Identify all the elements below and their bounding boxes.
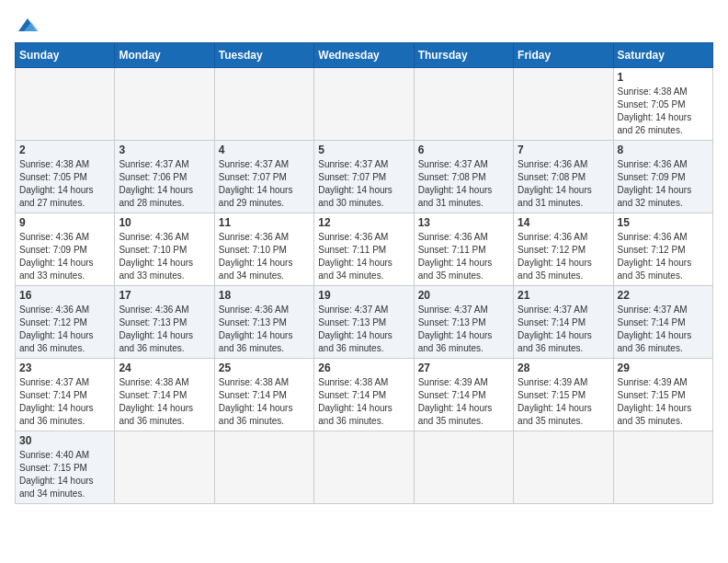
calendar-day-cell: [514, 431, 613, 504]
calendar-day-cell: 5Sunrise: 4:37 AM Sunset: 7:07 PM Daylig…: [314, 141, 414, 213]
calendar-day-cell: 23Sunrise: 4:37 AM Sunset: 7:14 PM Dayli…: [16, 359, 115, 431]
day-number: 1: [618, 71, 709, 84]
day-info: Sunrise: 4:37 AM Sunset: 7:13 PM Dayligh…: [418, 304, 509, 355]
day-info: Sunrise: 4:39 AM Sunset: 7:14 PM Dayligh…: [418, 376, 509, 428]
calendar-day-cell: 30Sunrise: 4:40 AM Sunset: 7:15 PM Dayli…: [16, 431, 115, 504]
day-number: 29: [618, 362, 709, 374]
day-number: 4: [219, 144, 310, 156]
calendar-day-cell: 28Sunrise: 4:39 AM Sunset: 7:15 PM Dayli…: [514, 359, 613, 431]
day-number: 12: [318, 216, 409, 229]
calendar-day-cell: [414, 431, 513, 504]
calendar-day-cell: 4Sunrise: 4:37 AM Sunset: 7:07 PM Daylig…: [214, 141, 313, 213]
day-info: Sunrise: 4:40 AM Sunset: 7:15 PM Dayligh…: [19, 449, 110, 500]
calendar-day-cell: 21Sunrise: 4:37 AM Sunset: 7:14 PM Dayli…: [514, 286, 613, 359]
calendar-day-cell: 15Sunrise: 4:36 AM Sunset: 7:12 PM Dayli…: [613, 213, 712, 286]
day-info: Sunrise: 4:37 AM Sunset: 7:14 PM Dayligh…: [618, 304, 709, 355]
day-info: Sunrise: 4:36 AM Sunset: 7:11 PM Dayligh…: [318, 231, 409, 282]
day-info: Sunrise: 4:37 AM Sunset: 7:07 PM Dayligh…: [318, 158, 409, 210]
calendar-day-cell: 9Sunrise: 4:36 AM Sunset: 7:09 PM Daylig…: [16, 213, 115, 286]
day-number: 22: [618, 289, 709, 302]
day-info: Sunrise: 4:38 AM Sunset: 7:14 PM Dayligh…: [119, 376, 210, 428]
day-number: 8: [618, 144, 709, 156]
calendar-day-cell: 26Sunrise: 4:38 AM Sunset: 7:14 PM Dayli…: [314, 359, 414, 431]
day-info: Sunrise: 4:37 AM Sunset: 7:08 PM Dayligh…: [418, 158, 509, 210]
day-number: 11: [219, 216, 310, 229]
day-number: 3: [119, 144, 210, 156]
day-info: Sunrise: 4:36 AM Sunset: 7:09 PM Dayligh…: [618, 158, 709, 210]
calendar-day-cell: [613, 431, 712, 504]
day-number: 24: [119, 362, 210, 374]
calendar-table: SundayMondayTuesdayWednesdayThursdayFrid…: [15, 42, 713, 504]
calendar-day-cell: 3Sunrise: 4:37 AM Sunset: 7:06 PM Daylig…: [115, 141, 214, 213]
day-number: 23: [19, 362, 110, 374]
calendar-header-row: SundayMondayTuesdayWednesdayThursdayFrid…: [16, 43, 713, 68]
calendar-day-cell: 6Sunrise: 4:37 AM Sunset: 7:08 PM Daylig…: [414, 141, 513, 213]
day-number: 27: [418, 362, 509, 374]
day-number: 28: [518, 362, 609, 374]
day-number: 20: [418, 289, 509, 302]
calendar-day-cell: [115, 431, 214, 504]
calendar-day-cell: [314, 68, 414, 141]
day-info: Sunrise: 4:38 AM Sunset: 7:05 PM Dayligh…: [19, 158, 110, 210]
day-number: 17: [119, 289, 210, 302]
day-info: Sunrise: 4:37 AM Sunset: 7:13 PM Dayligh…: [318, 304, 409, 355]
calendar-day-cell: 12Sunrise: 4:36 AM Sunset: 7:11 PM Dayli…: [314, 213, 414, 286]
calendar-day-cell: 1Sunrise: 4:38 AM Sunset: 7:05 PM Daylig…: [613, 68, 712, 141]
day-number: 16: [19, 289, 110, 302]
header-monday: Monday: [115, 43, 214, 68]
day-number: 30: [19, 434, 110, 447]
calendar-day-cell: [214, 431, 313, 504]
generalblue-logo-icon: [15, 15, 40, 35]
day-number: 6: [418, 144, 509, 156]
day-info: Sunrise: 4:37 AM Sunset: 7:06 PM Dayligh…: [119, 158, 210, 210]
calendar-day-cell: 16Sunrise: 4:36 AM Sunset: 7:12 PM Dayli…: [16, 286, 115, 359]
day-number: 2: [19, 144, 110, 156]
calendar-day-cell: 14Sunrise: 4:36 AM Sunset: 7:12 PM Dayli…: [514, 213, 613, 286]
calendar-week-row: 9Sunrise: 4:36 AM Sunset: 7:09 PM Daylig…: [16, 213, 713, 286]
day-number: 13: [418, 216, 509, 229]
calendar-day-cell: 27Sunrise: 4:39 AM Sunset: 7:14 PM Dayli…: [414, 359, 513, 431]
calendar-day-cell: 19Sunrise: 4:37 AM Sunset: 7:13 PM Dayli…: [314, 286, 414, 359]
day-number: 7: [518, 144, 609, 156]
calendar-day-cell: 29Sunrise: 4:39 AM Sunset: 7:15 PM Dayli…: [613, 359, 712, 431]
header-tuesday: Tuesday: [214, 43, 313, 68]
day-number: 26: [318, 362, 409, 374]
calendar-day-cell: [115, 68, 214, 141]
day-number: 18: [219, 289, 310, 302]
day-number: 14: [518, 216, 609, 229]
day-info: Sunrise: 4:36 AM Sunset: 7:10 PM Dayligh…: [219, 231, 310, 282]
day-info: Sunrise: 4:39 AM Sunset: 7:15 PM Dayligh…: [618, 376, 709, 428]
calendar-day-cell: 20Sunrise: 4:37 AM Sunset: 7:13 PM Dayli…: [414, 286, 513, 359]
day-info: Sunrise: 4:36 AM Sunset: 7:11 PM Dayligh…: [418, 231, 509, 282]
day-number: 9: [19, 216, 110, 229]
day-info: Sunrise: 4:36 AM Sunset: 7:12 PM Dayligh…: [518, 231, 609, 282]
day-info: Sunrise: 4:36 AM Sunset: 7:09 PM Dayligh…: [19, 231, 110, 282]
header-wednesday: Wednesday: [314, 43, 414, 68]
day-info: Sunrise: 4:36 AM Sunset: 7:13 PM Dayligh…: [119, 304, 210, 355]
day-info: Sunrise: 4:36 AM Sunset: 7:12 PM Dayligh…: [618, 231, 709, 282]
header-sunday: Sunday: [16, 43, 115, 68]
calendar-week-row: 16Sunrise: 4:36 AM Sunset: 7:12 PM Dayli…: [16, 286, 713, 359]
calendar-week-row: 2Sunrise: 4:38 AM Sunset: 7:05 PM Daylig…: [16, 141, 713, 213]
calendar-day-cell: 7Sunrise: 4:36 AM Sunset: 7:08 PM Daylig…: [514, 141, 613, 213]
calendar-week-row: 1Sunrise: 4:38 AM Sunset: 7:05 PM Daylig…: [16, 68, 713, 141]
day-number: 15: [618, 216, 709, 229]
calendar-day-cell: [414, 68, 513, 141]
calendar-day-cell: [214, 68, 313, 141]
day-info: Sunrise: 4:37 AM Sunset: 7:14 PM Dayligh…: [19, 376, 110, 428]
calendar-week-row: 30Sunrise: 4:40 AM Sunset: 7:15 PM Dayli…: [16, 431, 713, 504]
calendar-day-cell: 17Sunrise: 4:36 AM Sunset: 7:13 PM Dayli…: [115, 286, 214, 359]
calendar-week-row: 23Sunrise: 4:37 AM Sunset: 7:14 PM Dayli…: [16, 359, 713, 431]
page-header: [15, 15, 713, 35]
day-info: Sunrise: 4:36 AM Sunset: 7:10 PM Dayligh…: [119, 231, 210, 282]
day-number: 10: [119, 216, 210, 229]
calendar-day-cell: 13Sunrise: 4:36 AM Sunset: 7:11 PM Dayli…: [414, 213, 513, 286]
calendar-day-cell: 10Sunrise: 4:36 AM Sunset: 7:10 PM Dayli…: [115, 213, 214, 286]
day-number: 21: [518, 289, 609, 302]
logo: [15, 15, 44, 35]
day-info: Sunrise: 4:36 AM Sunset: 7:12 PM Dayligh…: [19, 304, 110, 355]
calendar-day-cell: [314, 431, 414, 504]
calendar-day-cell: 25Sunrise: 4:38 AM Sunset: 7:14 PM Dayli…: [214, 359, 313, 431]
day-info: Sunrise: 4:36 AM Sunset: 7:08 PM Dayligh…: [518, 158, 609, 210]
calendar-day-cell: [514, 68, 613, 141]
